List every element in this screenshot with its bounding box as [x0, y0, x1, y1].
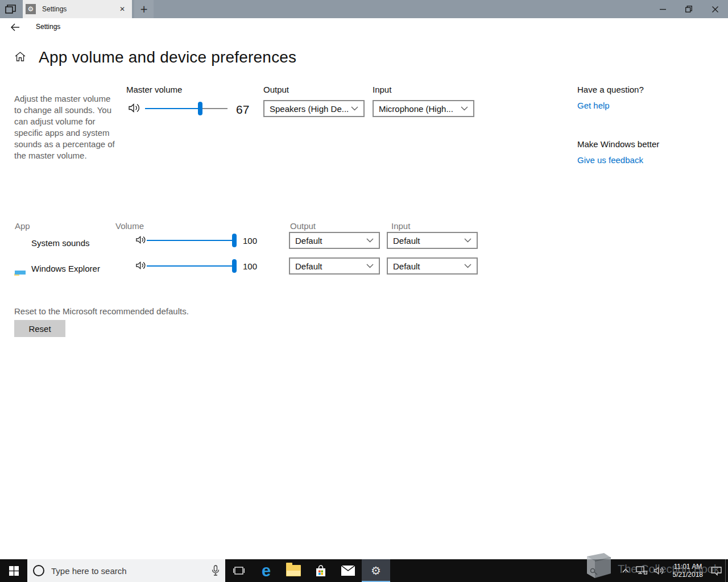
app-output-value: Default	[295, 261, 366, 271]
file-explorer-button[interactable]	[280, 559, 307, 582]
output-label: Output	[263, 85, 289, 94]
settings-app-header: Settings	[0, 18, 728, 35]
slider-fill	[145, 108, 200, 109]
edge-button[interactable]: e	[253, 559, 280, 582]
app-output-dropdown[interactable]: Default	[289, 232, 380, 249]
master-output-value: Speakers (High De...	[270, 104, 351, 114]
master-volume-label: Master volume	[126, 85, 182, 94]
reset-description: Reset to the Microsoft recommended defau…	[14, 306, 189, 316]
app-output-value: Default	[295, 236, 366, 246]
chevron-down-icon	[366, 264, 374, 268]
settings-gear-icon: ⚙	[26, 4, 36, 14]
clock-time: 11:01 AM	[673, 563, 703, 571]
app-input-value: Default	[393, 236, 464, 246]
file-explorer-icon	[286, 565, 301, 576]
master-volume-value: 67	[236, 103, 249, 117]
minimize-button[interactable]	[650, 0, 676, 18]
page-content: App volume and device preferences Adjust…	[0, 35, 728, 559]
app-input-dropdown[interactable]: Default	[387, 257, 478, 275]
action-center-button[interactable]	[708, 559, 725, 582]
taskbar-clock[interactable]: 11:01 AM 5/21/2018	[668, 563, 708, 579]
tab-settings[interactable]: ⚙ Settings ✕	[23, 0, 132, 18]
taskbar-empty-area	[390, 559, 619, 582]
app-speaker-icon[interactable]	[136, 235, 147, 244]
window-tab-bar: ⚙ Settings ✕ +	[0, 0, 728, 18]
network-button[interactable]	[632, 559, 651, 582]
slider-thumb[interactable]	[232, 259, 237, 273]
show-desktop-button[interactable]	[725, 559, 728, 582]
page-description: Adjust the master volume to change all s…	[14, 93, 117, 161]
make-windows-better-title: Make Windows better	[577, 139, 659, 149]
page-title: App volume and device preferences	[39, 48, 296, 66]
app-speaker-icon[interactable]	[136, 261, 147, 270]
microphone-icon[interactable]	[212, 565, 220, 576]
speaker-icon	[654, 566, 665, 575]
app-row-name: Windows Explorer	[31, 264, 100, 273]
edge-icon: e	[262, 562, 271, 579]
reset-button[interactable]: Reset	[14, 320, 65, 337]
home-icon	[15, 52, 26, 61]
windows-logo-icon	[9, 566, 19, 576]
chevron-down-icon	[464, 238, 471, 243]
app-volume-slider[interactable]	[147, 234, 234, 247]
chevron-up-icon	[622, 568, 629, 573]
tab-title: Settings	[42, 5, 117, 13]
app-input-dropdown[interactable]: Default	[387, 232, 478, 249]
taskbar: e ⚙	[0, 559, 728, 582]
chevron-down-icon	[366, 238, 374, 243]
app-row-name: System sounds	[31, 238, 90, 248]
task-view-icon	[233, 566, 245, 576]
mail-icon	[341, 566, 355, 576]
app-output-dropdown[interactable]: Default	[289, 257, 380, 275]
clock-date: 5/21/2018	[673, 571, 703, 579]
column-header-input: Input	[391, 221, 410, 231]
store-button[interactable]	[307, 559, 334, 582]
breadcrumb: Settings	[36, 23, 60, 31]
input-label: Input	[373, 85, 391, 94]
master-speaker-icon[interactable]	[129, 103, 141, 113]
back-button[interactable]	[8, 20, 23, 35]
app-volume-value: 100	[243, 236, 257, 246]
microsoft-store-icon	[315, 564, 327, 577]
close-button[interactable]	[702, 0, 728, 18]
close-icon	[712, 6, 718, 13]
master-input-dropdown[interactable]: Microphone (High...	[373, 100, 474, 117]
app-input-value: Default	[393, 261, 464, 271]
action-center-icon	[711, 566, 722, 576]
slider-fill	[147, 240, 234, 241]
settings-app-button[interactable]: ⚙	[362, 559, 390, 582]
tabbar-drag-area	[154, 0, 650, 18]
task-view-button[interactable]	[225, 559, 253, 582]
chevron-down-icon	[464, 264, 471, 268]
hidden-icons-button[interactable]	[619, 559, 632, 582]
get-help-link[interactable]: Get help	[577, 101, 610, 110]
column-header-volume: Volume	[115, 221, 144, 231]
volume-button[interactable]	[651, 559, 668, 582]
new-tab-button[interactable]: +	[134, 0, 154, 18]
start-button[interactable]	[0, 559, 27, 582]
tab-close-icon[interactable]: ✕	[117, 4, 127, 14]
chevron-down-icon	[461, 106, 468, 111]
master-volume-slider[interactable]	[145, 102, 228, 115]
minimize-icon	[660, 6, 666, 13]
slider-thumb[interactable]	[232, 234, 237, 247]
give-us-feedback-link[interactable]: Give us feedback	[577, 155, 643, 165]
column-header-app: App	[15, 221, 30, 231]
restore-button[interactable]	[676, 0, 702, 18]
taskbar-search-box[interactable]	[27, 559, 225, 582]
master-input-value: Microphone (High...	[379, 104, 461, 114]
restore-icon	[685, 6, 692, 13]
mail-button[interactable]	[334, 559, 362, 582]
cortana-icon	[33, 565, 44, 576]
master-output-dropdown[interactable]: Speakers (High De...	[263, 100, 365, 117]
slider-fill	[147, 265, 234, 267]
system-tray: 11:01 AM 5/21/2018	[619, 559, 728, 582]
chevron-down-icon	[351, 106, 358, 111]
back-arrow-icon	[11, 23, 20, 31]
network-icon	[636, 566, 647, 575]
slider-thumb[interactable]	[198, 102, 202, 115]
settings-gear-icon: ⚙	[371, 564, 381, 577]
search-input[interactable]	[51, 566, 212, 576]
show-tabs-button[interactable]	[0, 0, 22, 18]
app-volume-slider[interactable]	[147, 259, 234, 273]
